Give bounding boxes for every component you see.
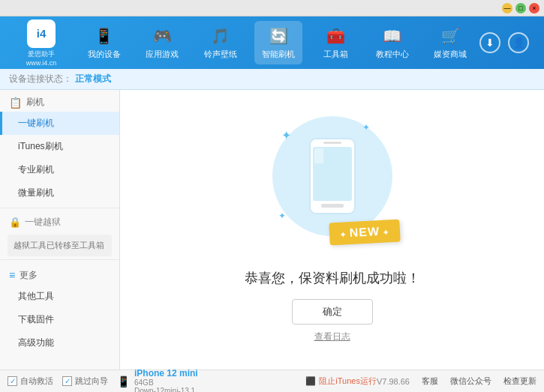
nav-item-tutorial[interactable]: 📖 教程中心 <box>368 21 416 64</box>
jailbreak-label: 一键越狱 <box>25 216 61 229</box>
header: i4 爱思助手 www.i4.cn 📱 我的设备 🎮 应用游戏 🎵 铃声壁纸 🔄… <box>0 16 544 69</box>
apps-icon: 🎮 <box>152 25 173 46</box>
sidebar-section-flash[interactable]: 📋 刷机 <box>0 90 119 112</box>
window-controls: — □ × <box>502 3 539 13</box>
nav-item-smart-flash[interactable]: 🔄 智能刷机 <box>254 21 302 64</box>
smart-flash-icon: 🔄 <box>268 25 289 46</box>
check-update-link[interactable]: 检查更新 <box>503 376 536 387</box>
phone-circle: ✦ ✦ ✦ NEW <box>272 116 392 236</box>
checkbox-skip-icon: ✓ <box>62 376 72 386</box>
logo-area: i4 爱思助手 www.i4.cn <box>8 19 75 67</box>
stop-itunes-label: 阻止iTunes运行 <box>319 376 377 387</box>
device-model: Down-12mini-13.1 <box>134 387 198 393</box>
more-section-label: 更多 <box>20 269 38 282</box>
nav-label-ringtones: 铃声壁纸 <box>204 49 237 60</box>
checkbox-auto-rescue[interactable]: ✓ 自动救活 <box>8 376 53 387</box>
more-section-icon: ≡ <box>9 269 15 281</box>
sparkle-3: ✦ <box>278 211 286 221</box>
view-log-link[interactable]: 查看日志 <box>314 331 350 343</box>
sidebar-item-one-click-flash[interactable]: 一键刷机 <box>0 112 119 135</box>
stop-itunes-button[interactable]: ⬛ 阻止iTunes运行 <box>305 376 377 387</box>
bottom-bar: ✓ 自动救活 ✓ 跳过向导 📱 iPhone 12 mini 64GB Down… <box>0 370 544 392</box>
nav-label-smart: 智能刷机 <box>262 49 295 60</box>
bottom-right: V7.98.66 客服 微信公众号 检查更新 <box>377 376 536 387</box>
svg-rect-4 <box>314 148 323 163</box>
checkbox-auto-icon: ✓ <box>8 376 17 386</box>
jailbreak-notice: 越狱工具已转移至工具箱 <box>8 235 112 256</box>
nav-label-apps: 应用游戏 <box>146 49 179 60</box>
success-text: 恭喜您，保资料刷机成功啦！ <box>245 269 420 287</box>
close-button[interactable]: × <box>529 3 539 13</box>
sidebar-section-more[interactable]: ≡ 更多 <box>0 263 119 285</box>
svg-rect-3 <box>323 142 341 144</box>
header-right: ⬇ 👤 <box>479 32 536 53</box>
bottom-left: ✓ 自动救活 ✓ 跳过向导 📱 iPhone 12 mini 64GB Down… <box>8 368 305 393</box>
user-button[interactable]: 👤 <box>508 32 529 53</box>
customer-service-link[interactable]: 客服 <box>422 376 438 387</box>
wechat-link[interactable]: 微信公众号 <box>450 376 491 387</box>
checkbox-auto-label: 自动救活 <box>20 376 53 387</box>
title-bar: — □ × <box>0 0 544 16</box>
device-info: 📱 iPhone 12 mini 64GB Down-12mini-13.1 <box>117 368 198 393</box>
flash-section-icon: 📋 <box>9 97 22 109</box>
nav-label-tutorial: 教程中心 <box>376 49 409 60</box>
sidebar-item-pro-flash[interactable]: 专业刷机 <box>0 158 119 181</box>
stop-itunes-icon: ⬛ <box>305 376 316 386</box>
device-icon: 📱 <box>94 25 115 46</box>
sparkle-1: ✦ <box>281 128 291 142</box>
sidebar-item-download-firmware[interactable]: 下载固件 <box>0 308 119 331</box>
svg-rect-2 <box>321 204 344 208</box>
flash-section-label: 刷机 <box>26 96 44 109</box>
nav-item-my-device[interactable]: 📱 我的设备 <box>80 21 128 64</box>
download-button[interactable]: ⬇ <box>479 32 500 53</box>
toolbox-icon: 🧰 <box>325 25 346 46</box>
confirm-button[interactable]: 确定 <box>292 299 373 325</box>
nav-item-toolbox[interactable]: 🧰 工具箱 <box>313 21 358 64</box>
nav-item-apps-games[interactable]: 🎮 应用游戏 <box>138 21 186 64</box>
logo-url: www.i4.cn <box>26 59 57 67</box>
sidebar-item-other-tools[interactable]: 其他工具 <box>0 285 119 308</box>
nav-label-media: 媒资商城 <box>434 49 467 60</box>
sidebar-section-jailbreak: 🔒 一键越狱 <box>0 211 119 232</box>
sidebar-divider-1 <box>0 208 119 208</box>
logo-text: 爱思助手 <box>28 49 55 59</box>
media-icon: 🛒 <box>440 25 461 46</box>
nav-item-media[interactable]: 🛒 媒资商城 <box>426 21 474 64</box>
maximize-button[interactable]: □ <box>515 3 526 13</box>
success-illustration: ✦ ✦ ✦ NEW <box>272 116 392 236</box>
device-storage: 64GB <box>134 379 198 387</box>
nav-label-toolbox: 工具箱 <box>323 49 348 60</box>
nav-bar: 📱 我的设备 🎮 应用游戏 🎵 铃声壁纸 🔄 智能刷机 🧰 工具箱 📖 教程中心… <box>75 21 479 64</box>
new-badge: NEW <box>329 220 400 246</box>
sidebar: 📋 刷机 一键刷机 iTunes刷机 专业刷机 微量刷机 🔒 一键越狱 越狱工具… <box>0 90 120 370</box>
main-layout: 📋 刷机 一键刷机 iTunes刷机 专业刷机 微量刷机 🔒 一键越狱 越狱工具… <box>0 90 544 370</box>
nav-item-ringtones[interactable]: 🎵 铃声壁纸 <box>197 21 245 64</box>
sparkle-2: ✦ <box>362 122 370 133</box>
status-bar: 设备连接状态： 正常模式 <box>0 69 544 90</box>
sidebar-item-advanced[interactable]: 高级功能 <box>0 331 119 355</box>
status-value: 正常模式 <box>75 73 111 85</box>
device-icon-sm: 📱 <box>117 376 130 388</box>
sidebar-divider-2 <box>0 259 119 260</box>
version-label: V7.98.66 <box>377 377 410 386</box>
ringtones-icon: 🎵 <box>210 25 231 46</box>
sidebar-item-micro-flash[interactable]: 微量刷机 <box>0 181 119 205</box>
status-label: 设备连接状态： <box>9 73 72 85</box>
phone-svg <box>302 135 362 217</box>
nav-label-my-device: 我的设备 <box>88 49 121 60</box>
content-area: ✦ ✦ ✦ NEW 恭 <box>120 90 544 370</box>
minimize-button[interactable]: — <box>502 3 512 13</box>
logo-icon: i4 <box>27 19 56 48</box>
sidebar-item-itunes-flash[interactable]: iTunes刷机 <box>0 135 119 158</box>
checkbox-skip-wizard[interactable]: ✓ 跳过向导 <box>62 376 108 387</box>
checkbox-skip-label: 跳过向导 <box>75 376 108 387</box>
tutorial-icon: 📖 <box>382 25 403 46</box>
